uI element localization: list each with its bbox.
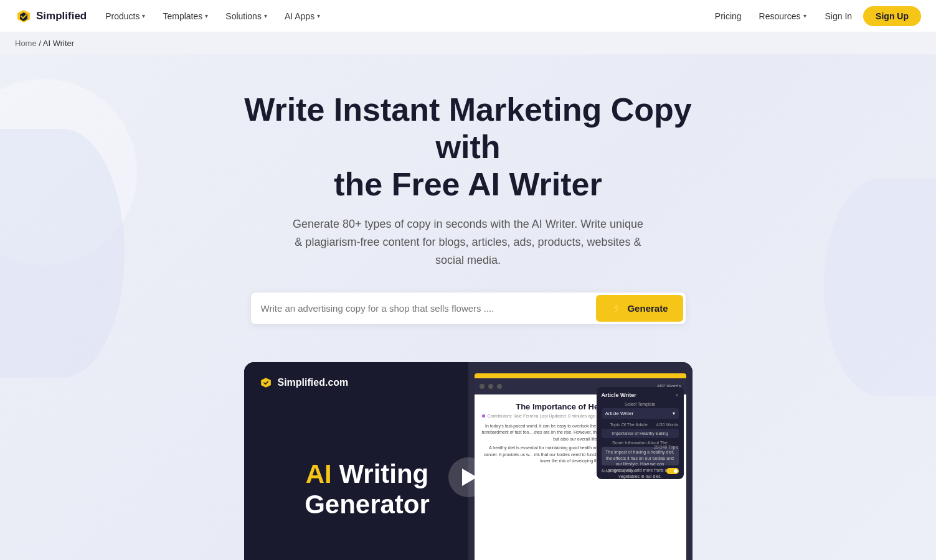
ai-card-info-field[interactable]: The impact of having a healthy diet, the… xyxy=(602,447,679,465)
navbar: Simplified Products ▾ Templates ▾ Soluti… xyxy=(0,0,936,32)
meta-dot xyxy=(482,414,485,418)
logo-text: Simplified xyxy=(36,10,87,22)
toolbar-dot xyxy=(488,384,493,389)
nav-item-solutions[interactable]: Solutions ▾ xyxy=(217,6,276,26)
ai-card-header: Article Writer × xyxy=(602,392,679,398)
toolbar-dot xyxy=(497,384,502,389)
chevron-down-icon: ▾ xyxy=(803,12,806,19)
ai-card-template-select[interactable]: Article Writer ▾ xyxy=(602,408,679,419)
video-logo-area: Simplified.com xyxy=(259,376,349,390)
lightning-icon: ⚡ xyxy=(611,302,623,314)
breadcrumb-home[interactable]: Home xyxy=(15,39,37,48)
nav-links: Products ▾ Templates ▾ Solutions ▾ AI Ap… xyxy=(97,6,707,26)
prompt-input[interactable] xyxy=(261,297,597,320)
breadcrumb-current: AI Writer xyxy=(43,39,74,48)
video-inner: Simplified.com AI WritingGenerator xyxy=(244,362,693,560)
ai-card-close-button[interactable]: × xyxy=(675,392,678,398)
nav-resources[interactable]: Resources ▾ xyxy=(752,6,814,26)
video-section: Simplified.com AI WritingGenerator xyxy=(232,362,705,560)
chevron-down-icon: ▾ xyxy=(673,411,675,416)
ai-writer-card: Article Writer × Select Template Article… xyxy=(597,387,684,479)
video-logo-text: Simplified.com xyxy=(278,377,349,388)
chevron-down-icon: ▾ xyxy=(317,12,320,19)
ai-card-info-label: Some Information About The 29/240 Topic xyxy=(602,441,679,445)
video-logo-icon xyxy=(259,376,273,390)
nav-item-ai-apps[interactable]: AI Apps ▾ xyxy=(276,6,329,26)
chevron-down-icon: ▾ xyxy=(205,12,208,19)
generate-button[interactable]: ⚡ Generate xyxy=(596,295,683,322)
video-headline: AI WritingGenerator xyxy=(263,459,472,520)
chevron-down-icon: ▾ xyxy=(142,12,145,19)
ai-card-title: Article Writer xyxy=(602,392,636,398)
doc-topbar xyxy=(475,373,686,378)
logo-icon xyxy=(15,7,32,25)
nav-right: Pricing Resources ▾ Sign In Sign Up xyxy=(707,6,921,26)
hero-subtitle: Generate 80+ types of copy in seconds wi… xyxy=(288,215,649,269)
nav-item-products[interactable]: Products ▾ xyxy=(97,6,154,26)
hero-section: Write Instant Marketing Copy with the Fr… xyxy=(0,54,936,560)
ai-card-topic-field[interactable]: Importance of Healthy Eating xyxy=(602,429,679,438)
ai-card-topic-label: Topic Of The Article 4/20 Words xyxy=(602,422,679,427)
breadcrumb: Home / AI Writer xyxy=(0,32,936,54)
nav-item-templates[interactable]: Templates ▾ xyxy=(154,6,217,26)
ai-card-advanced-label: Advanced options xyxy=(602,469,636,473)
toolbar-dot xyxy=(480,384,485,389)
video-headline-ai: AI xyxy=(306,459,332,488)
ai-card-template-label: Select Template xyxy=(602,402,679,406)
chevron-down-icon: ▾ xyxy=(264,12,267,19)
deco-right xyxy=(824,179,936,396)
nav-pricing[interactable]: Pricing xyxy=(707,6,749,26)
video-left-panel: Simplified.com AI WritingGenerator xyxy=(244,362,491,560)
nav-signin[interactable]: Sign In xyxy=(816,6,861,26)
advanced-toggle[interactable] xyxy=(666,468,679,474)
play-button[interactable] xyxy=(448,457,488,497)
deco-left xyxy=(0,129,125,378)
nav-signup-button[interactable]: Sign Up xyxy=(863,6,921,26)
video-container: Simplified.com AI WritingGenerator xyxy=(244,362,693,560)
hero-title: Write Instant Marketing Copy with the Fr… xyxy=(219,91,717,203)
input-bar: ⚡ Generate xyxy=(250,292,686,325)
logo[interactable]: Simplified xyxy=(15,7,87,25)
